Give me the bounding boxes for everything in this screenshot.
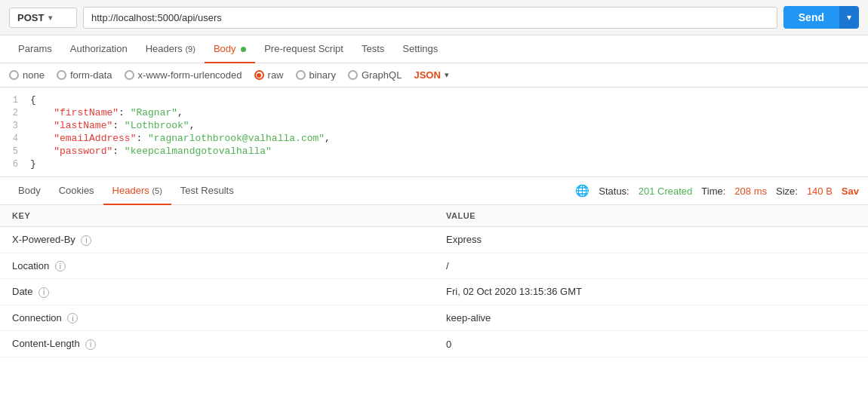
header-value: Express	[434, 227, 868, 253]
response-headers-table-container: KEY VALUE X-Powered-By i Express Locatio…	[0, 205, 868, 357]
tab-headers[interactable]: Headers (9)	[137, 35, 205, 63]
top-bar: POST ▾ Send ▾	[0, 0, 868, 35]
tab-params[interactable]: Params	[9, 35, 61, 63]
code-line-2: 2 "firstName": "Ragnar",	[0, 106, 868, 119]
body-type-none[interactable]: none	[9, 69, 45, 81]
send-button-group: Send ▾	[783, 6, 859, 29]
header-value: keep-alive	[434, 305, 868, 331]
format-dropdown[interactable]: JSON ▾	[414, 69, 448, 81]
tab-settings[interactable]: Settings	[393, 35, 447, 63]
resp-tab-cookies[interactable]: Cookies	[50, 177, 103, 205]
url-input[interactable]	[83, 7, 777, 29]
body-type-binary[interactable]: binary	[296, 69, 336, 81]
line-number: 4	[0, 133, 30, 144]
request-tabs: Params Authorization Headers (9) Body Pr…	[0, 35, 868, 63]
code-editor[interactable]: 1 { 2 "firstName": "Ragnar", 3 "lastName…	[0, 87, 868, 177]
radio-binary	[296, 70, 306, 80]
code-line-1: 1 {	[0, 94, 868, 106]
status-code: 201 Created	[639, 186, 693, 197]
resp-tab-body[interactable]: Body	[9, 177, 50, 205]
status-label: Status:	[599, 186, 629, 197]
tab-body[interactable]: Body	[205, 35, 255, 63]
response-headers-table: KEY VALUE X-Powered-By i Express Locatio…	[0, 205, 868, 357]
header-value: /	[434, 253, 868, 279]
response-tabs: Body Cookies Headers (5) Test Results 🌐 …	[0, 177, 868, 205]
header-value: 0	[434, 331, 868, 357]
body-type-selector: none form-data x-www-form-urlencoded raw…	[0, 63, 868, 87]
resp-headers-badge: (5)	[152, 186, 162, 195]
resp-tab-headers[interactable]: Headers (5)	[103, 177, 171, 205]
header-value: Fri, 02 Oct 2020 13:15:36 GMT	[434, 279, 868, 305]
size-label: Size:	[776, 186, 798, 197]
header-key: Date i	[0, 279, 434, 305]
method-label: POST	[17, 12, 44, 23]
format-dropdown-arrow: ▾	[445, 70, 449, 80]
body-type-raw[interactable]: raw	[254, 69, 284, 81]
code-line-3: 3 "lastName": "Lothbrook",	[0, 119, 868, 132]
radio-form-data	[57, 70, 66, 80]
radio-none	[9, 70, 19, 80]
info-icon[interactable]: i	[67, 313, 78, 324]
response-meta: 🌐 Status: 201 Created Time: 208 ms Size:…	[575, 184, 859, 198]
line-number: 2	[0, 108, 30, 118]
col-value-header: VALUE	[434, 205, 868, 227]
send-dropdown-button[interactable]: ▾	[839, 6, 859, 29]
line-number: 1	[0, 95, 30, 106]
format-label: JSON	[414, 69, 440, 81]
method-dropdown-arrow: ▾	[48, 14, 69, 22]
table-row: Content-Length i 0	[0, 331, 868, 357]
radio-urlencoded	[125, 70, 134, 80]
headers-badge: (9)	[185, 44, 195, 54]
resp-tab-test-results[interactable]: Test Results	[171, 177, 243, 205]
header-key: Connection i	[0, 305, 434, 331]
table-row: Connection i keep-alive	[0, 305, 868, 331]
time-label: Time:	[701, 186, 725, 197]
line-number: 3	[0, 121, 30, 131]
code-line-4: 4 "emailAddress": "ragnarlothbrook@valha…	[0, 132, 868, 145]
table-row: Date i Fri, 02 Oct 2020 13:15:36 GMT	[0, 279, 868, 305]
method-dropdown[interactable]: POST ▾	[9, 8, 77, 28]
header-key: X-Powered-By i	[0, 227, 434, 253]
line-number: 5	[0, 146, 30, 157]
table-row: X-Powered-By i Express	[0, 227, 868, 253]
code-line-5: 5 "password": "keepcalmandgotovalhalla"	[0, 145, 868, 158]
body-type-graphql[interactable]: GraphQL	[348, 69, 402, 81]
body-type-form-data[interactable]: form-data	[57, 69, 112, 81]
info-icon[interactable]: i	[55, 261, 66, 271]
table-header-row: KEY VALUE	[0, 205, 868, 227]
body-active-dot	[241, 47, 246, 52]
radio-raw	[254, 70, 264, 80]
table-row: Location i /	[0, 253, 868, 279]
line-number: 6	[0, 159, 30, 170]
header-key: Location i	[0, 253, 434, 279]
info-icon[interactable]: i	[81, 235, 91, 246]
globe-icon: 🌐	[575, 184, 589, 198]
info-icon[interactable]: i	[38, 287, 49, 298]
tab-authorization[interactable]: Authorization	[61, 35, 137, 63]
response-headers-body: X-Powered-By i Express Location i / Date…	[0, 227, 868, 357]
time-value: 208 ms	[734, 186, 767, 197]
body-type-urlencoded[interactable]: x-www-form-urlencoded	[125, 69, 242, 81]
header-key: Content-Length i	[0, 331, 434, 357]
send-button[interactable]: Send	[783, 6, 839, 29]
tab-prerequest[interactable]: Pre-request Script	[255, 35, 352, 63]
code-line-6: 6 }	[0, 158, 868, 170]
size-value: 140 B	[807, 186, 833, 197]
save-button[interactable]: Sav	[842, 186, 859, 197]
col-key-header: KEY	[0, 205, 434, 227]
tab-tests[interactable]: Tests	[352, 35, 393, 63]
radio-graphql	[348, 70, 358, 80]
info-icon[interactable]: i	[85, 339, 96, 350]
